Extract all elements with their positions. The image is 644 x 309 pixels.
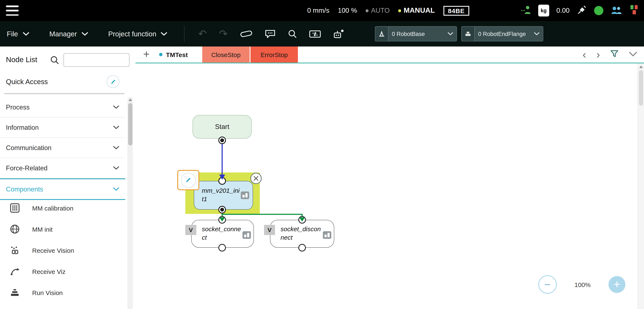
receive-viz-icon (9, 266, 20, 277)
flow-node-socket-connect[interactable]: socket_connect (191, 220, 254, 248)
edit-node-button[interactable] (177, 170, 199, 190)
chevron-down-icon (113, 105, 119, 109)
calibration-grid-icon (9, 203, 20, 214)
variable-badge: V (185, 225, 196, 235)
quick-access-row: Quick Access (0, 74, 136, 91)
quick-access-edit-button[interactable] (107, 75, 119, 88)
menu-project-function[interactable]: Project function (108, 30, 167, 38)
active-tab-dot-icon (159, 53, 163, 56)
component-mm-calibration[interactable]: MM calibration (0, 197, 125, 219)
robot-flange-icon (462, 27, 475, 41)
component-node-icon (242, 231, 251, 239)
section-label: Components (6, 185, 113, 193)
sidebar-item-force-related[interactable]: Force-Related (0, 158, 125, 178)
auto-dot-icon (366, 9, 368, 12)
frame-selectors: 0 RobotBase 0 RobotEndFlange (375, 26, 543, 41)
menu-manager-label: Manager (49, 30, 77, 38)
comment-icon[interactable] (265, 29, 275, 38)
quick-access-label: Quick Access (6, 78, 48, 86)
menu-items: File Manager Project function (7, 30, 167, 38)
tab-prev-button[interactable]: ‹ (582, 49, 586, 60)
operator-icon[interactable] (521, 5, 531, 16)
zoom-in-button[interactable]: + (608, 276, 626, 293)
scroll-up-icon[interactable] (639, 65, 643, 68)
chevron-down-icon (448, 32, 453, 35)
tab-closestop[interactable]: CloseStop (202, 46, 250, 62)
filter-icon[interactable] (610, 50, 618, 59)
search-icon (50, 55, 59, 66)
add-tab-button[interactable]: + (141, 49, 152, 60)
scrollbar-thumb[interactable] (128, 103, 132, 145)
sidebar-item-information[interactable]: Information (0, 117, 125, 138)
search-icon[interactable] (288, 29, 297, 38)
component-node-icon (241, 192, 249, 199)
tab-next-button[interactable]: › (596, 49, 600, 60)
auto-label: AUTO (371, 7, 390, 14)
scrollbar-thumb[interactable] (639, 70, 643, 106)
menu-manager[interactable]: Manager (49, 30, 88, 38)
flow-node-start[interactable]: Start (192, 115, 252, 139)
menu-file[interactable]: File (7, 30, 29, 38)
tools-icon[interactable] (629, 5, 639, 16)
tab-controls: ‹ › (582, 46, 637, 62)
canvas-scrollbar[interactable] (638, 63, 644, 309)
collapse-chevron-icon[interactable] (629, 51, 637, 58)
node-list-sidebar: Node List Quick Access Process Informati… (0, 46, 136, 309)
speed-readout: 0 mm/s (307, 7, 330, 14)
variables-icon[interactable] (309, 29, 320, 38)
sidebar-item-components[interactable]: Components (0, 178, 125, 200)
component-label: Run Vision (32, 289, 63, 296)
hamburger-menu-icon[interactable] (6, 5, 18, 16)
robot-end-flange-selector[interactable]: 0 RobotEndFlange (461, 26, 543, 41)
delete-node-button[interactable] (250, 172, 262, 186)
component-mm-init[interactable]: MM init (0, 219, 125, 240)
vision-camera-icon[interactable] (577, 5, 587, 16)
manual-label: MANUAL (404, 6, 435, 15)
sidebar-item-process[interactable]: Process (0, 97, 125, 117)
users-icon[interactable] (610, 5, 622, 16)
robot-base-selector[interactable]: 0 RobotBase (375, 26, 457, 41)
redo-icon[interactable]: ↷ (219, 29, 228, 39)
app-root: 0 mm/s 100 % AUTO MANUAL 84BE kg 0.00 (0, 0, 644, 309)
chevron-down-icon (113, 146, 119, 150)
payload-kg-icon[interactable]: kg (538, 5, 549, 16)
chevron-down-icon (113, 166, 119, 170)
menu-bar: File Manager Project function ↶ ↷ (0, 21, 644, 46)
receive-vision-icon (9, 245, 20, 256)
chevron-down-icon (161, 32, 167, 36)
status-circle-icon[interactable] (594, 6, 604, 15)
component-run-vision[interactable]: Run Vision (0, 282, 125, 303)
component-node-icon (323, 231, 331, 239)
tab-errorstop[interactable]: ErrorStop (250, 46, 298, 62)
flow-canvas[interactable]: Start mm_v201_init1 socket_connect V soc… (136, 63, 638, 309)
menu-divider (184, 26, 185, 42)
tab-label: CloseStop (211, 51, 240, 58)
node-label: socket_connect (202, 225, 242, 241)
zoom-out-button[interactable]: − (538, 275, 556, 294)
sidebar-scrollbar[interactable] (127, 97, 133, 309)
tab-tmtest[interactable]: TMTest (154, 46, 193, 62)
capsule-icon[interactable] (240, 29, 252, 38)
chevron-down-icon (23, 32, 29, 36)
component-run-viz[interactable]: Run Viz (0, 303, 125, 309)
flow-node-mm-v201-init1[interactable]: mm_v201_init1 (194, 181, 253, 210)
tab-label: TMTest (166, 51, 188, 58)
node-label: socket_disconnect (280, 225, 322, 241)
component-receive-viz[interactable]: Receive Viz (0, 261, 125, 282)
undo-icon[interactable]: ↶ (198, 29, 207, 39)
pencil-icon (110, 78, 116, 85)
tab-label: ErrorStop (261, 51, 288, 58)
zoom-controls: − 100% + (538, 275, 626, 294)
scroll-up-icon[interactable] (128, 98, 132, 101)
menu-project-function-label: Project function (108, 30, 156, 38)
sidebar-divider (4, 93, 124, 94)
point-manager-icon[interactable] (333, 29, 344, 39)
node-search-input[interactable] (64, 53, 130, 67)
chevron-down-icon (534, 32, 540, 35)
flow-node-socket-disconnect[interactable]: socket_disconnect (270, 220, 334, 248)
pencil-icon (181, 173, 196, 187)
sidebar-item-communication[interactable]: Communication (0, 138, 125, 158)
chevron-down-icon (82, 32, 88, 36)
component-receive-vision[interactable]: Receive Vision (0, 240, 125, 261)
chevron-down-icon (113, 126, 119, 129)
